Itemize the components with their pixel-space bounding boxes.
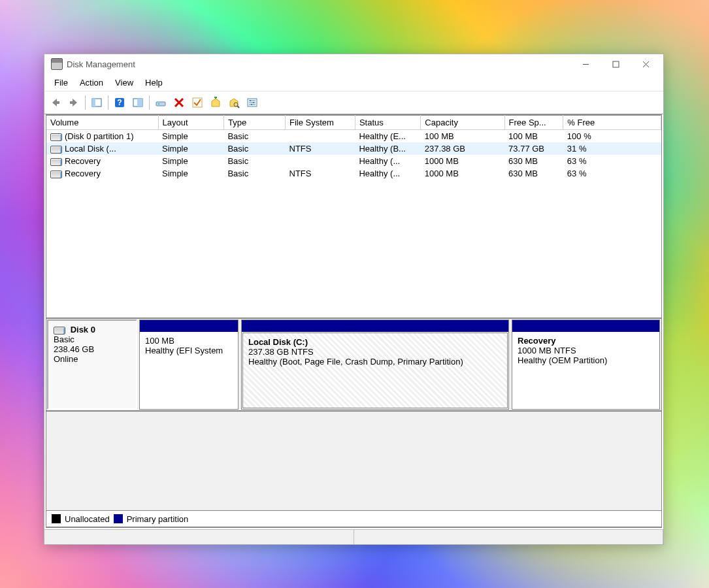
empty-pane [46,412,661,511]
column-header[interactable]: % Free [563,116,661,130]
svg-point-22 [253,102,254,103]
volume-table: VolumeLayoutTypeFile SystemStatusCapacit… [46,115,661,180]
volume-icon [50,171,62,178]
disk-status: Online [54,354,78,364]
legend-swatch-unallocated [52,514,61,523]
partition-name: Local Disk (C:) [248,337,308,347]
minimize-button[interactable] [570,54,601,74]
table-row[interactable]: RecoverySimpleBasicHealthy (...1000 MB63… [46,155,661,167]
window-title: Disk Management [67,59,135,69]
svg-point-21 [250,100,251,101]
table-row[interactable]: Local Disk (...SimpleBasicNTFSHealthy (B… [46,142,661,155]
titlebar[interactable]: Disk Management [44,54,663,74]
back-button[interactable] [47,94,64,111]
forward-button[interactable] [65,94,82,111]
column-header[interactable]: Layout [158,116,223,130]
svg-point-23 [251,104,252,105]
settings-button[interactable] [244,94,261,111]
partition-name: Recovery [518,336,556,346]
svg-rect-4 [56,101,59,104]
partition-size: 100 MB [145,336,174,346]
volume-icon [50,133,62,141]
disk-label: Disk 0 [71,325,95,335]
new-button[interactable] [207,94,224,111]
svg-text:?: ? [117,98,122,107]
partition-block[interactable]: Recovery1000 MB NTFSHealthy (OEM Partiti… [512,319,660,410]
menu-help[interactable]: Help [139,76,169,90]
properties-button[interactable] [129,94,146,111]
menu-action[interactable]: Action [74,76,109,90]
svg-point-13 [158,103,159,105]
svg-rect-5 [70,101,73,104]
partition-block[interactable]: 100 MBHealthy (EFI System [139,319,239,410]
partition-status: Healthy (EFI System [145,346,223,355]
column-header[interactable]: Status [355,116,420,130]
column-header[interactable]: Type [223,116,285,130]
close-button[interactable] [631,54,661,74]
column-header[interactable]: Capacity [421,116,504,130]
volume-table-header: VolumeLayoutTypeFile SystemStatusCapacit… [46,116,661,130]
partition-colorbar [242,320,508,332]
disk-info-block[interactable]: Disk 0 Basic 238.46 GB Online [47,319,137,410]
refresh-button[interactable] [152,94,169,111]
svg-rect-12 [156,102,165,106]
svg-line-16 [237,106,239,108]
app-icon [51,58,63,70]
column-header[interactable]: Volume [46,116,158,130]
legend-swatch-primary [114,514,123,523]
maximize-button[interactable] [601,54,631,74]
partition-status: Healthy (OEM Partition) [518,355,607,365]
table-row[interactable]: RecoverySimpleBasicNTFSHealthy (...1000 … [46,167,661,180]
disk-graphical-pane[interactable]: Disk 0 Basic 238.46 GB Online 100 MBHeal… [46,319,661,412]
volume-icon [50,146,62,154]
svg-rect-11 [137,99,142,106]
show-hide-tree-button[interactable] [88,94,105,111]
disk-size: 238.46 GB [54,344,94,354]
legend: Unallocated Primary partition [46,511,661,527]
disk-type: Basic [54,335,74,344]
legend-label-primary: Primary partition [127,514,189,524]
column-header[interactable]: Free Sp... [504,116,563,130]
toolbar: ? [44,91,663,114]
partition-colorbar [140,320,238,332]
statusbar [44,529,663,544]
column-header[interactable]: File System [286,116,355,130]
partition-status: Healthy (Boot, Page File, Crash Dump, Pr… [248,357,463,367]
disk-icon [54,327,65,335]
help-button[interactable]: ? [111,94,128,111]
menubar: File Action View Help [44,74,663,91]
partition-size: 237.38 GB NTFS [248,347,314,357]
content-area: VolumeLayoutTypeFile SystemStatusCapacit… [46,114,662,528]
volume-list-pane[interactable]: VolumeLayoutTypeFile SystemStatusCapacit… [46,115,661,319]
menu-view[interactable]: View [109,76,139,90]
validate-button[interactable] [189,94,206,111]
partition-size: 1000 MB NTFS [518,346,576,355]
find-button[interactable] [225,94,242,111]
svg-rect-7 [92,99,95,106]
volume-icon [50,158,62,166]
menu-file[interactable]: File [48,76,74,90]
partition-block[interactable]: Local Disk (C:)237.38 GB NTFSHealthy (Bo… [241,319,509,410]
disk-management-window: Disk Management File Action View Help [44,54,664,545]
table-row[interactable]: (Disk 0 partition 1)SimpleBasicHealthy (… [46,130,661,143]
delete-button[interactable] [171,94,188,111]
disk-partitions: 100 MBHealthy (EFI SystemLocal Disk (C:)… [139,319,660,410]
svg-rect-1 [613,61,619,67]
partition-colorbar [512,320,659,332]
legend-label-unallocated: Unallocated [65,514,110,524]
